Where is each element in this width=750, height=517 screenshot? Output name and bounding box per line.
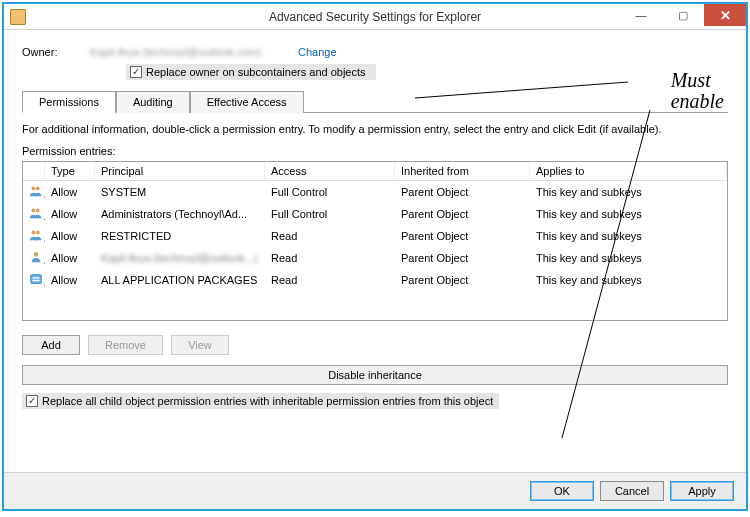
maximize-button[interactable]: ▢ (662, 4, 704, 26)
table-row[interactable]: AllowAdministrators (Technoyl\Ad...Full … (23, 203, 727, 225)
owner-name: Kapil Arya (technoyl@outlook.com) (90, 46, 280, 58)
svg-rect-7 (31, 275, 42, 284)
tab-permissions[interactable]: Permissions (22, 91, 116, 113)
view-button[interactable]: View (171, 335, 229, 355)
row-principal-icon (23, 247, 45, 269)
tabs: Permissions Auditing Effective Access (22, 90, 728, 113)
row-principal-icon (23, 203, 45, 225)
col-icon[interactable] (23, 162, 45, 180)
window-controls: — ▢ ✕ (620, 4, 746, 26)
row-applies: This key and subkeys (530, 271, 727, 289)
row-principal: Kapil Arya (technoyl@outlook...) (95, 249, 265, 267)
row-applies: This key and subkeys (530, 249, 727, 267)
change-owner-link[interactable]: Change (298, 46, 337, 58)
replace-owner-checkbox-row[interactable]: ✓ Replace owner on subcontainers and obj… (126, 64, 376, 80)
svg-point-4 (31, 230, 35, 234)
row-inherited: Parent Object (395, 183, 530, 201)
row-inherited: Parent Object (395, 249, 530, 267)
titlebar[interactable]: Advanced Security Settings for Explorer … (4, 4, 746, 30)
row-inherited: Parent Object (395, 271, 530, 289)
row-type: Allow (45, 249, 95, 267)
row-principal: RESTRICTED (95, 227, 265, 245)
row-access: Full Control (265, 183, 395, 201)
replace-owner-checkbox[interactable]: ✓ (130, 66, 142, 78)
dialog-footer: OK Cancel Apply (4, 472, 746, 509)
row-inherited: Parent Object (395, 227, 530, 245)
disable-inheritance-button[interactable]: Disable inheritance (22, 365, 728, 385)
owner-label: Owner: (22, 46, 72, 58)
svg-point-0 (31, 186, 35, 190)
replace-owner-label: Replace owner on subcontainers and objec… (146, 66, 366, 78)
content-area: Owner: Kapil Arya (technoyl@outlook.com)… (4, 30, 746, 472)
row-access: Read (265, 271, 395, 289)
svg-point-5 (36, 230, 40, 234)
col-applies[interactable]: Applies to (530, 162, 727, 180)
row-principal: ALL APPLICATION PACKAGES (95, 271, 265, 289)
table-row[interactable]: AllowKapil Arya (technoyl@outlook...)Rea… (23, 247, 727, 269)
window-title: Advanced Security Settings for Explorer (269, 10, 481, 24)
table-row[interactable]: AllowSYSTEMFull ControlParent ObjectThis… (23, 181, 727, 203)
permissions-table[interactable]: Type Principal Access Inherited from App… (22, 161, 728, 321)
col-type[interactable]: Type (45, 162, 95, 180)
table-row[interactable]: AllowALL APPLICATION PACKAGESReadParent … (23, 269, 727, 291)
replace-all-label: Replace all child object permission entr… (42, 395, 493, 407)
svg-rect-9 (33, 280, 40, 281)
ok-button[interactable]: OK (530, 481, 594, 501)
row-principal-icon (23, 181, 45, 203)
security-settings-window: Advanced Security Settings for Explorer … (2, 2, 748, 511)
tab-auditing[interactable]: Auditing (116, 91, 190, 113)
row-access: Read (265, 227, 395, 245)
row-type: Allow (45, 205, 95, 223)
row-type: Allow (45, 271, 95, 289)
row-access: Read (265, 249, 395, 267)
row-applies: This key and subkeys (530, 205, 727, 223)
col-inherited[interactable]: Inherited from (395, 162, 530, 180)
svg-point-3 (36, 208, 40, 212)
svg-point-1 (36, 186, 40, 190)
row-type: Allow (45, 227, 95, 245)
row-principal: Administrators (Technoyl\Ad... (95, 205, 265, 223)
row-inherited: Parent Object (395, 205, 530, 223)
replace-all-checkbox-row[interactable]: ✓ Replace all child object permission en… (22, 393, 499, 409)
replace-all-checkbox[interactable]: ✓ (26, 395, 38, 407)
row-principal-icon (23, 225, 45, 247)
owner-row: Owner: Kapil Arya (technoyl@outlook.com)… (22, 46, 728, 58)
info-text: For additional information, double-click… (22, 123, 728, 135)
col-principal[interactable]: Principal (95, 162, 265, 180)
row-applies: This key and subkeys (530, 227, 727, 245)
svg-point-6 (34, 252, 39, 257)
tab-effective-access[interactable]: Effective Access (190, 91, 304, 113)
svg-rect-8 (33, 277, 40, 278)
svg-point-2 (31, 208, 35, 212)
minimize-button[interactable]: — (620, 4, 662, 26)
entries-label: Permission entries: (22, 145, 728, 157)
close-button[interactable]: ✕ (704, 4, 746, 26)
row-principal-icon (23, 269, 45, 291)
cancel-button[interactable]: Cancel (600, 481, 664, 501)
folder-icon (10, 9, 26, 25)
add-button[interactable]: Add (22, 335, 80, 355)
row-type: Allow (45, 183, 95, 201)
disable-inheritance-row: Disable inheritance (22, 365, 728, 385)
col-access[interactable]: Access (265, 162, 395, 180)
row-applies: This key and subkeys (530, 183, 727, 201)
table-row[interactable]: AllowRESTRICTEDReadParent ObjectThis key… (23, 225, 727, 247)
row-access: Full Control (265, 205, 395, 223)
apply-button[interactable]: Apply (670, 481, 734, 501)
remove-button[interactable]: Remove (88, 335, 163, 355)
entry-buttons: Add Remove View (22, 335, 728, 355)
table-body: AllowSYSTEMFull ControlParent ObjectThis… (23, 181, 727, 291)
table-header: Type Principal Access Inherited from App… (23, 162, 727, 181)
row-principal: SYSTEM (95, 183, 265, 201)
